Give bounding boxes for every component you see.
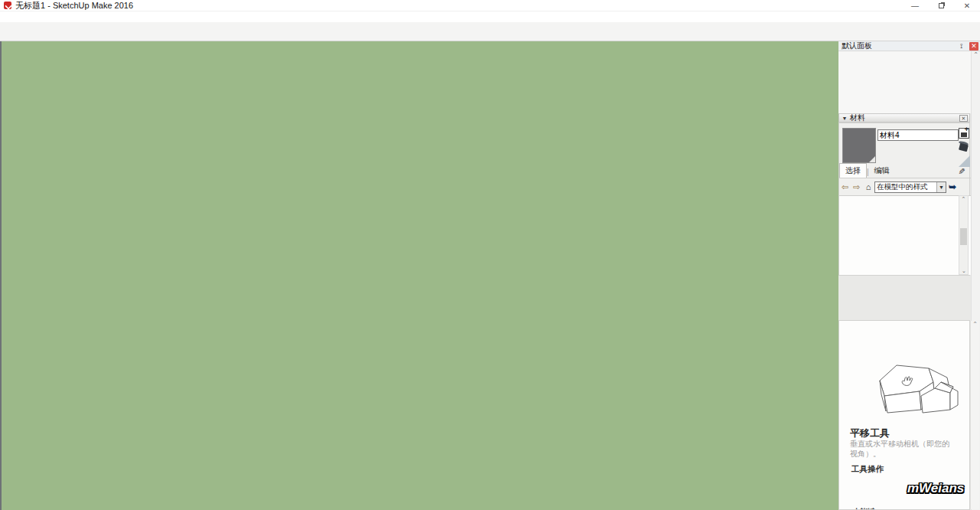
- title-bar: 无标题1 - SketchUp Make 2016 — ✕: [0, 0, 980, 11]
- restore-button[interactable]: [928, 0, 954, 11]
- tray-title: 默认面板: [838, 41, 960, 51]
- minimize-button[interactable]: —: [902, 0, 928, 11]
- watermark: mWeians: [907, 481, 964, 496]
- pin-icon[interactable]: ⟟: [960, 42, 967, 51]
- restore-icon: [939, 3, 944, 8]
- create-material-icon[interactable]: [959, 128, 969, 139]
- window-title: 无标题1 - SketchUp Make 2016: [15, 0, 133, 11]
- instructor-description: 垂直或水平移动相机（即您的视角）。: [850, 439, 951, 459]
- menu-bar: [0, 11, 980, 22]
- instructor-operations-heading: 工具操作: [851, 464, 884, 475]
- collection-dropdown[interactable]: 在模型中的样式 ▼: [874, 181, 946, 193]
- toolbar: [0, 22, 980, 41]
- materials-tabs: 选择 | 编辑: [839, 166, 971, 178]
- close-button[interactable]: ✕: [954, 0, 980, 11]
- swatch-scrollbar[interactable]: ⌃⌄: [959, 195, 969, 275]
- eyedropper-icon[interactable]: ✎: [957, 168, 966, 177]
- instructor-scrollbar[interactable]: ⌃: [970, 321, 979, 509]
- sketchup-logo-icon: [4, 2, 11, 9]
- paint-can-icon[interactable]: [959, 142, 969, 152]
- model-scene: [2, 41, 838, 510]
- tray-empty-area: [838, 51, 971, 113]
- collapse-arrow-icon: ▼: [839, 116, 850, 121]
- materials-close-icon[interactable]: ✕: [959, 115, 968, 122]
- materials-panel-title: 材料: [850, 113, 959, 123]
- sample-triangle-icon: [959, 155, 970, 167]
- tray-close-icon[interactable]: ✕: [969, 42, 978, 51]
- default-tray: 默认面板 ⟟ ✕ ⌃ ▼ 材料 ✕ 选择 | 编辑 ✎ ⇦ ⇨: [838, 41, 980, 510]
- forward-arrow-icon[interactable]: ⇨: [851, 182, 862, 192]
- in-model-details-icon[interactable]: ➥: [949, 181, 959, 192]
- materials-panel-header[interactable]: ▼ 材料 ✕: [838, 113, 970, 123]
- active-material-preview[interactable]: [842, 128, 876, 163]
- materials-panel: 选择 | 编辑 ✎ ⇦ ⇨ ⌂ 在模型中的样式 ▼ ➥ ⌃⌄: [838, 123, 970, 276]
- material-name-input[interactable]: [877, 129, 959, 141]
- tab-select[interactable]: 选择: [839, 163, 867, 178]
- instructor-house-illustration: [874, 351, 965, 424]
- home-icon[interactable]: ⌂: [862, 182, 874, 191]
- tray-header: 默认面板 ⟟ ✕: [838, 41, 980, 51]
- dropdown-arrow-icon[interactable]: ▼: [936, 182, 946, 192]
- materials-nav: ⇦ ⇨ ⌂ 在模型中的样式 ▼ ➥: [839, 180, 971, 194]
- instructor-modifiers-heading: 功能键: [851, 507, 876, 510]
- sketchup-window: 无标题1 - SketchUp Make 2016 — ✕ 默认面板 ⟟ ✕ ⌃…: [0, 0, 980, 510]
- 3d-viewport[interactable]: [0, 41, 838, 510]
- back-arrow-icon[interactable]: ⇦: [839, 182, 851, 192]
- material-swatch-grid: [839, 195, 971, 275]
- tab-edit[interactable]: 编辑: [869, 164, 895, 178]
